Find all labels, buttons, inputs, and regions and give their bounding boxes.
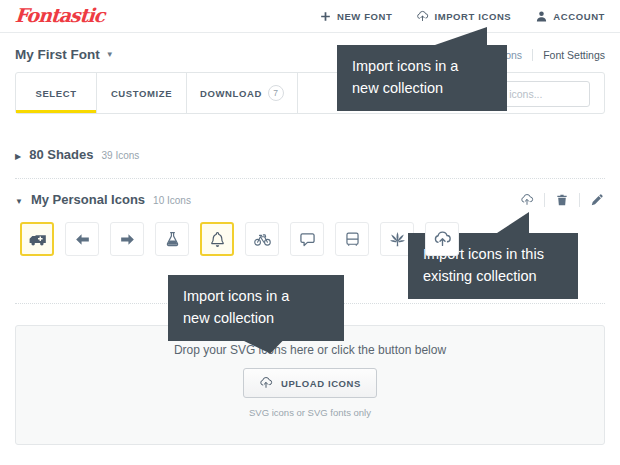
person-icon [535, 10, 548, 23]
delete-collection-button[interactable] [554, 192, 570, 208]
upload-icons-button[interactable]: UPLOAD ICONS [243, 368, 377, 398]
tab-bar: SELECT CUSTOMIZE DOWNLOAD 7 [15, 72, 605, 114]
dropzone-note: SVG icons or SVG fonts only [16, 407, 604, 418]
icon-cell-ambulance[interactable] [20, 222, 54, 256]
account-label: ACCOUNT [553, 11, 605, 22]
account-button[interactable]: ACCOUNT [535, 10, 605, 23]
tooltip-text: Import icons in a [352, 56, 492, 78]
tab-customize[interactable]: CUSTOMIZE [97, 73, 187, 113]
tab-download[interactable]: DOWNLOAD 7 [187, 73, 298, 113]
fontastic-app: Fontastic NEW FONT IMPORT ICONS ACCOUNT … [0, 0, 620, 465]
pencil-icon [590, 193, 604, 207]
icon-cell-arrow-right[interactable] [110, 222, 144, 256]
icon-cell-bus[interactable] [335, 222, 369, 256]
icon-cell-bell[interactable] [200, 222, 234, 256]
tab-select-label: SELECT [35, 88, 76, 99]
icon-grid [20, 222, 459, 256]
action-divider [544, 193, 545, 207]
section-divider [15, 178, 605, 179]
arrow-right-icon [118, 230, 137, 249]
tooltip-text: new collection [352, 78, 492, 100]
icon-cell-flask[interactable] [155, 222, 189, 256]
leaf-icon [388, 230, 407, 249]
tooltip-text: new collection [183, 308, 329, 330]
font-settings-link[interactable]: Font Settings [543, 49, 605, 61]
import-icons-button[interactable]: IMPORT ICONS [416, 10, 511, 23]
expanded-triangle-icon: ▼ [15, 197, 23, 206]
cloud-upload-icon [416, 10, 429, 23]
edit-collection-button[interactable] [589, 192, 605, 208]
collection-name: 80 Shades [29, 147, 93, 162]
plus-icon [319, 10, 332, 23]
tab-customize-label: CUSTOMIZE [111, 88, 172, 99]
speech-bubble-icon [298, 230, 317, 249]
chevron-down-icon: ▼ [106, 50, 114, 59]
tooltip-text: Import icons in a [183, 286, 329, 308]
ambulance-icon [28, 230, 47, 249]
bell-icon [208, 230, 227, 249]
top-nav: NEW FONT IMPORT ICONS ACCOUNT [319, 0, 605, 33]
import-icons-label: IMPORT ICONS [434, 11, 511, 22]
tooltip-arrow-icon [497, 212, 529, 233]
download-count-badge: 7 [268, 85, 284, 101]
collection-actions [519, 192, 605, 208]
svg-dropzone[interactable]: Drop your SVG icons here or click the bu… [15, 325, 605, 445]
bicycle-icon [253, 230, 272, 249]
import-into-collection-button[interactable] [519, 192, 535, 208]
icon-cell-cloud-upload[interactable] [425, 222, 459, 256]
tab-select[interactable]: SELECT [16, 73, 97, 113]
new-font-button[interactable]: NEW FONT [319, 10, 392, 23]
dropzone-instruction: Drop your SVG icons here or click the bu… [16, 343, 604, 357]
cloud-upload-icon [520, 193, 534, 207]
fontastic-logo[interactable]: Fontastic [14, 4, 105, 26]
icon-cell-arrow-left[interactable] [65, 222, 99, 256]
cloud-upload-icon [433, 230, 452, 249]
collection-count: 39 Icons [101, 150, 139, 161]
trash-icon [555, 193, 569, 207]
font-name-label: My First Font [15, 47, 100, 62]
top-header: Fontastic NEW FONT IMPORT ICONS ACCOUNT [0, 0, 620, 33]
action-divider [579, 193, 580, 207]
upload-icons-label: UPLOAD ICONS [281, 378, 361, 389]
icon-cell-speech-bubble[interactable] [290, 222, 324, 256]
flask-icon [163, 230, 182, 249]
collapsed-triangle-icon: ▶ [15, 152, 21, 161]
font-name-dropdown[interactable]: My First Font ▼ [15, 47, 114, 62]
tooltip-import-new-collection: Import icons in a new collection [337, 45, 507, 111]
tooltip-text: existing collection [423, 266, 563, 288]
link-divider [532, 49, 533, 61]
icon-cell-bicycle[interactable] [245, 222, 279, 256]
arrow-left-icon [73, 230, 92, 249]
tab-download-label: DOWNLOAD [200, 88, 262, 99]
new-font-label: NEW FONT [337, 11, 392, 22]
collection-count: 10 Icons [153, 195, 191, 206]
tooltip-import-new-collection-bottom: Import icons in a new collection [168, 275, 344, 341]
bus-icon [343, 230, 362, 249]
cloud-upload-icon [259, 376, 273, 390]
collection-name: My Personal Icons [31, 192, 145, 207]
collection-header-80-shades[interactable]: ▶ 80 Shades 39 Icons [15, 147, 139, 162]
collection-header-my-personal-icons[interactable]: ▼ My Personal Icons 10 Icons [15, 192, 191, 207]
